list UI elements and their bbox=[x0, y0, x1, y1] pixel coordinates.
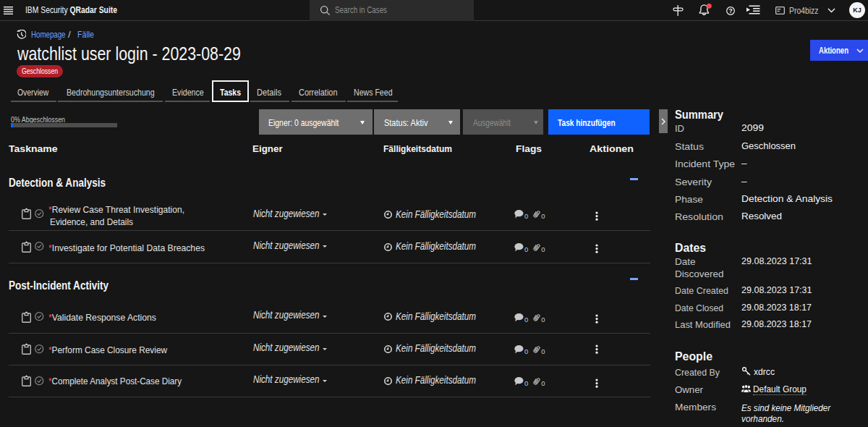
svg-text:?: ? bbox=[728, 7, 732, 14]
